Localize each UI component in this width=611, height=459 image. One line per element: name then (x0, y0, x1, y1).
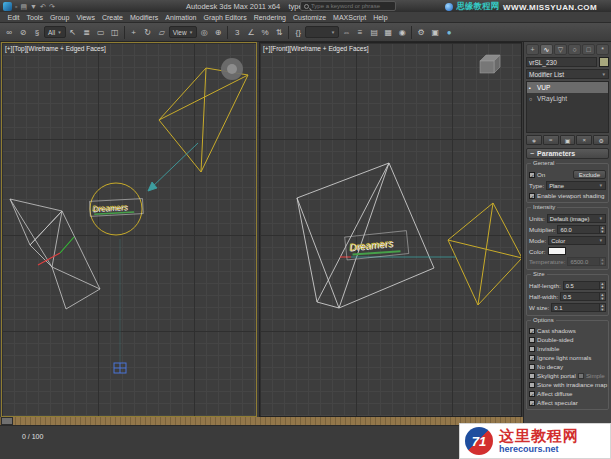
menu-item-tools[interactable]: Tools (23, 14, 46, 21)
snaps-toggle-icon[interactable]: 3 (230, 25, 244, 40)
selection-filter-dropdown[interactable]: All ▼ (44, 26, 66, 38)
w-size-spinner[interactable]: 0.1 ▲▼ (551, 303, 606, 312)
skylight-portal-checkbox[interactable] (529, 373, 535, 379)
select-and-link-icon[interactable]: ∞ (2, 25, 16, 40)
select-and-move-icon[interactable]: + (127, 25, 141, 40)
spinner-arrows-icon[interactable]: ▲▼ (600, 281, 606, 290)
window-crossing-icon[interactable]: ◫ (108, 25, 122, 40)
reference-coordinate-dropdown[interactable]: View ▼ (169, 26, 197, 38)
spinner-arrows-icon[interactable]: ▲▼ (600, 303, 606, 312)
menu-item-help[interactable]: Help (370, 14, 391, 21)
viewport-top-label[interactable]: [+][Top][Wireframe + Edged Faces] (5, 45, 106, 52)
object-name-field[interactable]: vrSL_230 (526, 57, 597, 67)
menu-item-animation[interactable]: Animation (162, 14, 200, 21)
rendered-frame-icon[interactable]: ▣ (428, 25, 442, 40)
letter-wireframes[interactable] (297, 163, 434, 308)
invisible-checkbox[interactable] (529, 346, 535, 352)
rectangular-selection-icon[interactable]: ▭ (94, 25, 108, 40)
menu-item-create[interactable]: Create (98, 14, 126, 21)
spinner-arrows-icon[interactable]: ▲▼ (600, 292, 606, 301)
viewport-top[interactable]: [+][Top][Wireframe + Edged Faces] Dreame… (1, 42, 257, 417)
material-editor-icon[interactable]: ◉ (395, 25, 409, 40)
use-pivot-point-icon[interactable]: ◎ (197, 25, 211, 40)
edit-named-selection-sets-icon[interactable]: {} (291, 25, 305, 40)
bind-to-space-warp-icon[interactable]: § (30, 25, 44, 40)
angle-snap-icon[interactable]: ∠ (244, 25, 258, 40)
menu-item-rendering[interactable]: Rendering (250, 14, 289, 21)
unlink-selection-icon[interactable]: ⊘ (16, 25, 30, 40)
parameters-rollout-header[interactable]: − Parameters (526, 148, 609, 159)
half-length-value[interactable]: 0.5 (563, 281, 600, 290)
infocenter-search[interactable] (300, 1, 396, 11)
new-scene-icon[interactable]: ▫ (15, 3, 17, 10)
on-checkbox[interactable]: ✓ (529, 172, 535, 178)
affect-specular-checkbox[interactable]: ✓ (529, 400, 535, 406)
select-and-scale-icon[interactable]: ▱ (155, 25, 169, 40)
light-color-swatch[interactable] (548, 247, 566, 255)
text-logo-preview[interactable]: Dreamers Dreamers (345, 231, 409, 260)
pin-stack-button[interactable]: ∗ (526, 135, 542, 145)
affect-diffuse-checkbox[interactable]: ✓ (529, 391, 535, 397)
search-input[interactable] (311, 3, 392, 9)
mirror-icon[interactable]: ⇔ (339, 25, 353, 40)
view-cube-gizmo[interactable] (480, 55, 500, 73)
mode-dropdown[interactable]: Color ▼ (548, 236, 606, 245)
create-tab[interactable]: + (526, 44, 539, 55)
no-decay-checkbox[interactable] (529, 364, 535, 370)
time-slider-handle[interactable] (1, 417, 13, 425)
modifier-list-dropdown[interactable]: Modifier List ▼ (526, 69, 609, 79)
transform-axis-gizmo[interactable] (38, 237, 74, 265)
half-width-value[interactable]: 0.5 (560, 292, 600, 301)
viewport-front[interactable]: [+][Front][Wireframe + Edged Faces] Drea… (259, 42, 522, 417)
select-and-manipulate-icon[interactable]: ⊕ (211, 25, 225, 40)
spinner-snap-icon[interactable]: ⇅ (272, 25, 286, 40)
percent-snap-icon[interactable]: % (258, 25, 272, 40)
menu-item-modifiers[interactable]: Modifiers (126, 14, 161, 21)
cast-shadows-checkbox[interactable]: ✓ (529, 328, 535, 334)
object-color-swatch[interactable] (599, 57, 609, 67)
units-dropdown[interactable]: Default (image) ▼ (547, 214, 606, 223)
utilities-tab[interactable]: * (596, 44, 609, 55)
menu-item-customize[interactable]: Customize (289, 14, 329, 21)
save-file-icon[interactable]: ▼ (30, 3, 37, 10)
menu-item-group[interactable]: Group (46, 14, 72, 21)
menu-item-views[interactable]: Views (73, 14, 99, 21)
make-unique-button[interactable]: ▣ (560, 135, 576, 145)
text-logo-preview[interactable]: Dreamers Dreamers (90, 199, 144, 217)
application-menu-icon[interactable] (3, 2, 12, 11)
viewport-front-label[interactable]: [+][Front][Wireframe + Edged Faces] (263, 45, 369, 52)
align-icon[interactable]: ≡ (353, 25, 367, 40)
undo-icon[interactable]: ↶ (40, 3, 46, 10)
select-by-name-icon[interactable]: ≣ (80, 25, 94, 40)
modify-tab[interactable]: ∿ (540, 44, 553, 55)
open-file-icon[interactable]: ▤ (20, 3, 27, 10)
select-object-icon[interactable]: ↖ (66, 25, 80, 40)
letter-wireframes[interactable] (10, 199, 100, 309)
half-width-spinner[interactable]: 0.5 ▲▼ (560, 292, 606, 301)
store-with-irradiance-map-checkbox[interactable] (529, 382, 535, 388)
redo-icon[interactable]: ↷ (49, 3, 55, 10)
stack-item[interactable]: ▪ VUP (527, 82, 608, 93)
display-tab[interactable]: □ (582, 44, 595, 55)
yellow-light-plane-wireframe[interactable] (448, 203, 521, 305)
viewport-shading-checkbox[interactable]: ✓ (529, 193, 535, 199)
render-production-icon[interactable]: ● (442, 25, 456, 40)
select-and-rotate-icon[interactable]: ↻ (141, 25, 155, 40)
w-size-value[interactable]: 0.1 (551, 303, 600, 312)
remove-modifier-button[interactable]: × (576, 135, 592, 145)
named-selection-set-dropdown[interactable]: ▼ (305, 26, 339, 38)
type-dropdown[interactable]: Plane ▼ (546, 181, 606, 190)
spinner-arrows-icon[interactable]: ▲▼ (600, 225, 606, 234)
yellow-light-plane-wireframe[interactable] (159, 68, 248, 172)
view-navigation-gizmo[interactable] (221, 58, 243, 80)
configure-modifier-sets-button[interactable]: ⚙ (593, 135, 609, 145)
curve-editor-icon[interactable]: ▦ (381, 25, 395, 40)
layer-manager-icon[interactable]: ▤ (367, 25, 381, 40)
ignore-light-normals-checkbox[interactable]: ✓ (529, 355, 535, 361)
show-end-result-button[interactable]: ≈ (543, 135, 559, 145)
light-target-icon[interactable] (114, 363, 126, 373)
multiplier-spinner[interactable]: 60.0 ▲▼ (557, 225, 606, 234)
menu-item-maxscript[interactable]: MAXScript (330, 14, 370, 21)
exclude-button[interactable]: Exclude (573, 170, 606, 179)
double-sided-checkbox[interactable] (529, 337, 535, 343)
